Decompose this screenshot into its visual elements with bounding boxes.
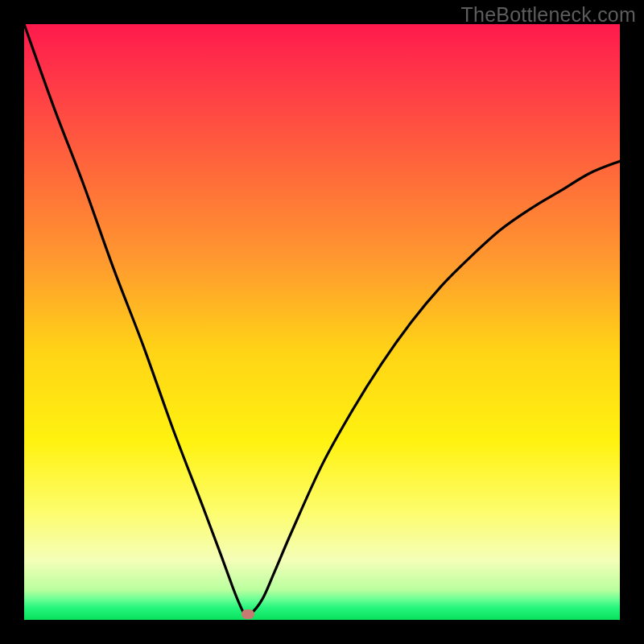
optimal-point-marker <box>242 609 254 619</box>
watermark-text: TheBottleneck.com <box>461 3 636 27</box>
plot-svg <box>24 24 620 620</box>
plot-area <box>24 24 620 620</box>
chart-frame: TheBottleneck.com <box>0 0 644 644</box>
gradient-background <box>24 24 620 620</box>
